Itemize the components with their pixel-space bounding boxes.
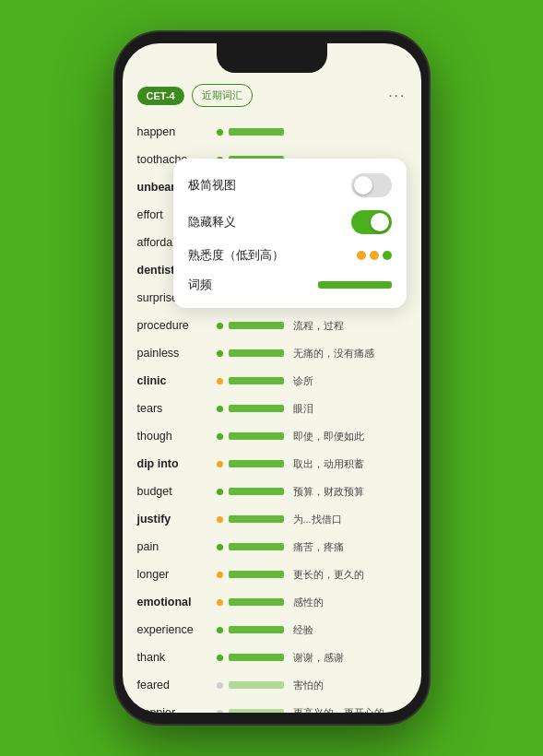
word-meaning: 经验	[293, 623, 313, 637]
word-row[interactable]: clinic诊所	[123, 367, 421, 395]
toggle-thumb-2	[371, 213, 389, 231]
word-row[interactable]: procedure流程，过程	[123, 312, 421, 339]
word-row[interactable]: pain痛苦，疼痛	[123, 533, 421, 561]
frequency-bars	[229, 709, 284, 713]
word-text: clinic	[137, 374, 211, 387]
word-text: longer	[137, 568, 211, 581]
familiarity-dot	[217, 655, 223, 661]
familiarity-dot	[217, 461, 223, 467]
tag-cet4[interactable]: CET-4	[137, 87, 184, 105]
hide-meaning-label: 隐藏释义	[188, 214, 236, 230]
word-meaning: 取出，动用积蓄	[293, 457, 364, 471]
frequency-bars	[229, 405, 284, 412]
word-text: feared	[137, 679, 211, 691]
familiarity-dot	[217, 433, 223, 440]
screen-content: CET-4 近期词汇 ··· happentoothacheunbearable…	[123, 43, 421, 713]
word-meaning: 痛苦，疼痛	[293, 540, 344, 554]
word-text: procedure	[137, 319, 211, 332]
word-text: tears	[137, 402, 211, 415]
phone-screen: CET-4 近期词汇 ··· happentoothacheunbearable…	[123, 43, 421, 713]
fam-dot-2	[370, 251, 379, 260]
word-text: painless	[137, 347, 211, 360]
word-meaning: 即使，即便如此	[293, 430, 364, 443]
word-meaning: 更长的，更久的	[293, 568, 364, 582]
familiarity-dot	[217, 599, 223, 606]
familiarity-dot	[217, 710, 223, 714]
hide-meaning-row: 隐藏释义	[188, 210, 392, 234]
familiarity-dot	[217, 378, 223, 384]
frequency-row: 词频	[188, 277, 392, 293]
familiarity-dot	[217, 406, 223, 412]
word-row[interactable]: happier更高兴的，更开心的	[123, 699, 421, 713]
word-row[interactable]: budget预算，财政预算	[123, 478, 421, 505]
frequency-bars	[229, 488, 284, 495]
familiarity-dot	[217, 489, 223, 495]
minimal-view-label: 极简视图	[188, 177, 236, 194]
word-meaning: 流程，过程	[293, 319, 344, 333]
more-button[interactable]: ···	[388, 88, 406, 104]
word-row[interactable]: happen	[123, 118, 421, 146]
frequency-bars	[229, 377, 284, 384]
familiarity-label: 熟悉度（低到高）	[188, 247, 284, 264]
minimal-view-row: 极简视图	[188, 173, 392, 197]
fam-dot-3	[383, 251, 392, 260]
word-meaning: 诊所	[293, 374, 313, 388]
word-row[interactable]: thank谢谢，感谢	[123, 644, 421, 671]
word-text: thank	[137, 651, 211, 664]
frequency-bars	[229, 571, 284, 578]
frequency-bars	[229, 349, 284, 357]
word-text: happen	[137, 125, 211, 138]
frequency-bars	[229, 598, 284, 606]
word-row[interactable]: longer更长的，更久的	[123, 561, 421, 588]
word-row[interactable]: tears眼泪	[123, 395, 421, 422]
minimal-view-toggle[interactable]	[351, 173, 392, 197]
familiarity-dot	[217, 350, 223, 357]
familiarity-dot	[217, 627, 223, 633]
familiarity-dot	[217, 572, 223, 578]
toggle-thumb	[354, 176, 372, 195]
familiarity-dot	[217, 682, 223, 689]
word-text: dip into	[137, 457, 211, 470]
familiarity-dot	[217, 516, 223, 523]
word-text: experience	[137, 623, 211, 636]
familiarity-row: 熟悉度（低到高）	[188, 247, 392, 264]
word-meaning: 预算，财政预算	[293, 485, 364, 499]
word-meaning: 感性的	[293, 596, 324, 609]
notch	[217, 43, 327, 73]
word-meaning: 害怕的	[293, 679, 324, 692]
frequency-bars	[229, 432, 284, 440]
frequency-bar	[318, 281, 392, 289]
word-text: though	[137, 430, 211, 443]
frequency-bars	[229, 460, 284, 467]
hide-meaning-toggle[interactable]	[351, 210, 392, 234]
word-text: emotional	[137, 596, 211, 608]
frequency-bars	[229, 128, 284, 136]
phone-frame: CET-4 近期词汇 ··· happentoothacheunbearable…	[115, 32, 429, 724]
word-row[interactable]: experience经验	[123, 616, 421, 644]
word-meaning: 无痛的，没有痛感	[293, 347, 374, 360]
word-row[interactable]: though即使，即便如此	[123, 422, 421, 450]
frequency-bars	[229, 681, 284, 689]
word-meaning: 眼泪	[293, 402, 313, 416]
frequency-bars	[229, 654, 284, 661]
fam-dot-1	[357, 251, 366, 260]
familiarity-dots	[357, 251, 392, 260]
frequency-bars	[229, 322, 284, 329]
word-row[interactable]: painless无痛的，没有痛感	[123, 339, 421, 367]
word-row[interactable]: justify为...找借口	[123, 505, 421, 533]
familiarity-dot	[217, 544, 223, 550]
familiarity-dot	[217, 129, 223, 136]
word-text: happier	[137, 706, 211, 713]
settings-popup: 极简视图 隐藏释义 熟悉度（低到高）	[173, 159, 407, 308]
word-row[interactable]: feared害怕的	[123, 671, 421, 699]
word-text: budget	[137, 485, 211, 498]
word-text: pain	[137, 540, 211, 553]
tag-recent[interactable]: 近期词汇	[192, 84, 253, 107]
familiarity-dot	[217, 323, 223, 329]
frequency-bars	[229, 543, 284, 550]
word-text: justify	[137, 513, 211, 526]
word-row[interactable]: dip into取出，动用积蓄	[123, 450, 421, 478]
word-meaning: 更高兴的，更开心的	[293, 706, 384, 714]
frequency-bars	[229, 515, 284, 523]
word-row[interactable]: emotional感性的	[123, 588, 421, 616]
